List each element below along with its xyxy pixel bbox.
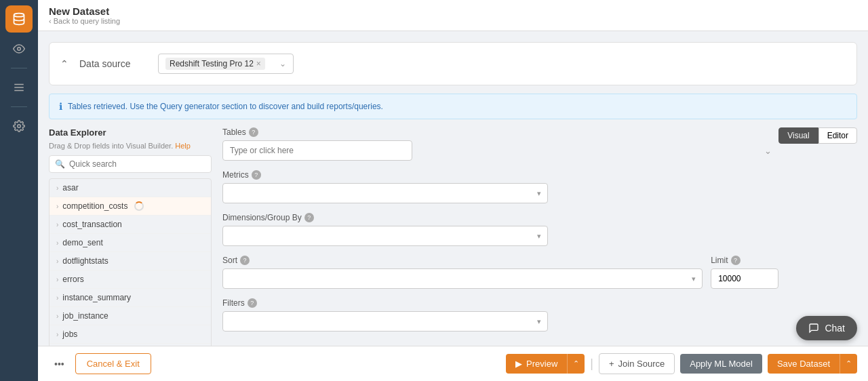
datasource-select[interactable]: Redshift Testing Pro 12 × ⌄ (158, 54, 294, 74)
limit-help-icon[interactable]: ? (731, 256, 741, 265)
table-chevron-icon: › (56, 276, 58, 283)
filters-label: Filters ? (222, 298, 778, 308)
sidebar-icon-eye[interactable] (5, 35, 33, 62)
save-dataset-button[interactable]: Save Dataset (768, 354, 840, 374)
dimensions-help-icon[interactable]: ? (304, 213, 314, 222)
save-group: Save Dataset ⌃ (768, 354, 857, 374)
table-item[interactable]: › job_instance (50, 307, 211, 325)
table-chevron-icon: › (56, 203, 58, 210)
datasource-tag-remove[interactable]: × (256, 59, 261, 68)
tables-label: Tables ? (222, 127, 778, 137)
data-explorer-title: Data Explorer (49, 127, 212, 138)
datasource-label: Data source (79, 58, 147, 69)
sort-label: Sort ? (222, 256, 703, 265)
search-input[interactable] (69, 159, 205, 169)
search-icon: 🔍 (55, 159, 65, 169)
table-item[interactable]: › asar (50, 179, 211, 197)
preview-group: ▶ Preview ⌃ (506, 354, 585, 374)
bottom-toolbar: ••• Cancel & Exit ▶ Preview ⌃ | + Join S… (38, 346, 868, 381)
dimensions-section: Dimensions/Group By ? (222, 213, 778, 246)
content-area: ⌃ Data source Redshift Testing Pro 12 × … (38, 31, 868, 346)
table-chevron-icon: › (56, 221, 58, 228)
right-actions: ▶ Preview ⌃ | + Join Source Apply ML Mod… (506, 353, 857, 374)
top-header: New Dataset ‹ Back to query listing (38, 0, 868, 31)
metrics-help-icon[interactable]: ? (252, 170, 261, 180)
right-panel: Tables ? ⌄ Me (222, 127, 857, 346)
play-icon: ▶ (515, 359, 522, 369)
table-item[interactable]: › dotflightstats (50, 252, 211, 270)
limit-label: Limit ? (711, 256, 778, 265)
svg-point-1 (18, 47, 21, 51)
editor-view-button[interactable]: Editor (818, 127, 857, 144)
table-list: › asar › competition_costs › cost_transa… (49, 178, 212, 346)
sidebar (0, 0, 38, 381)
metrics-section: Metrics ? (222, 170, 778, 203)
sort-limit-row: Sort ? (222, 256, 778, 289)
left-panel: Data Explorer Drag & Drop fields into Vi… (49, 127, 212, 346)
separator: | (590, 357, 593, 371)
table-chevron-icon: › (56, 331, 58, 338)
chat-icon (808, 323, 819, 334)
datasource-toggle[interactable]: ⌃ (60, 58, 68, 69)
metrics-select[interactable] (222, 183, 548, 203)
svg-point-5 (18, 125, 21, 128)
back-arrow: ‹ (49, 17, 52, 25)
chat-label: Chat (825, 323, 845, 334)
filters-section: Filters ? (222, 298, 778, 332)
table-item[interactable]: › cost_transaction (50, 216, 211, 234)
table-item[interactable]: › demo_sent (50, 234, 211, 252)
table-item[interactable]: › errors (50, 270, 211, 289)
page-title: New Dataset (49, 5, 120, 17)
right-panel-left: Tables ? ⌄ Me (222, 127, 778, 341)
table-item[interactable]: › competition_costs (50, 197, 211, 216)
sidebar-icon-database[interactable] (5, 5, 33, 33)
table-chevron-icon: › (56, 258, 58, 265)
dimensions-select[interactable] (222, 226, 548, 246)
datasource-chevron-icon: ⌄ (279, 59, 286, 68)
sort-help-icon[interactable]: ? (240, 256, 250, 265)
sidebar-divider (11, 68, 27, 68)
sort-section: Sort ? (222, 256, 703, 289)
visual-view-button[interactable]: Visual (778, 127, 818, 144)
loading-spinner (134, 201, 144, 211)
table-item[interactable]: › instance_summary (50, 289, 211, 307)
tables-chevron-icon: ⌄ (764, 146, 772, 156)
search-box: 🔍 (49, 155, 212, 173)
table-chevron-icon: › (56, 294, 58, 302)
tables-section: Tables ? ⌄ (222, 127, 778, 161)
sidebar-divider-2 (11, 106, 27, 107)
datasource-tag: Redshift Testing Pro 12 × (165, 58, 265, 70)
limit-section: Limit ? (711, 256, 778, 289)
tables-input[interactable] (222, 140, 412, 161)
sidebar-icon-gear[interactable] (5, 113, 33, 140)
data-explorer-subtitle: Drag & Drop fields into Visual Builder. … (49, 142, 212, 150)
filters-select[interactable] (222, 311, 548, 332)
join-source-button[interactable]: + Join Source (599, 353, 675, 374)
help-link[interactable]: Help (175, 142, 191, 150)
table-chevron-icon: › (56, 313, 58, 320)
sidebar-icon-layers[interactable] (5, 74, 33, 101)
info-message: Tables retrieved. Use the Query generato… (68, 102, 383, 111)
cancel-exit-button[interactable]: Cancel & Exit (75, 353, 151, 374)
limit-input[interactable] (711, 268, 778, 289)
save-expand-button[interactable]: ⌃ (840, 354, 857, 374)
table-item[interactable]: › jobs (50, 325, 211, 344)
view-toggle: Visual Editor (778, 127, 857, 144)
preview-button[interactable]: ▶ Preview (506, 354, 567, 374)
two-panel: Data Explorer Drag & Drop fields into Vi… (49, 127, 857, 346)
back-link[interactable]: ‹ Back to query listing (49, 17, 120, 25)
table-chevron-icon: › (56, 239, 58, 247)
metrics-label: Metrics ? (222, 170, 778, 180)
apply-model-button[interactable]: Apply ML Model (680, 354, 762, 374)
table-chevron-icon: › (56, 184, 58, 192)
tables-help-icon[interactable]: ? (249, 127, 258, 137)
filters-help-icon[interactable]: ? (248, 298, 257, 308)
plus-icon: + (609, 359, 614, 369)
more-options-button[interactable]: ••• (49, 356, 70, 372)
sort-select[interactable] (222, 268, 703, 289)
chat-button[interactable]: Chat (796, 316, 857, 340)
right-panel-header: Tables ? ⌄ Me (222, 127, 857, 341)
preview-expand-button[interactable]: ⌃ (567, 354, 585, 374)
info-icon: ℹ (59, 101, 62, 112)
dimensions-label: Dimensions/Group By ? (222, 213, 778, 222)
